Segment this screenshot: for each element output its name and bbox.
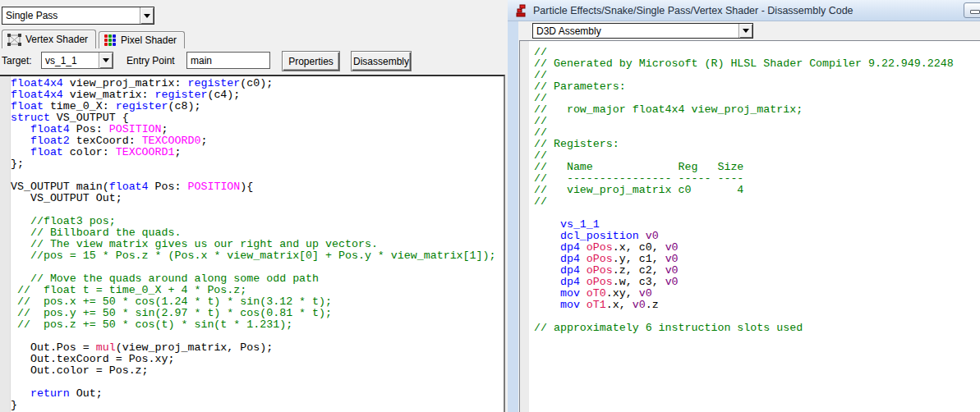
- code-line: [11, 377, 504, 388]
- disassembly-code: //// Generated by Microsoft (R) HLSL Sha…: [529, 47, 980, 412]
- code-line: Out.texCoord = Pos.xy;: [11, 354, 504, 365]
- dropdown-arrow-icon[interactable]: [99, 53, 113, 68]
- code-line: // Parameters:: [534, 81, 980, 93]
- dropdown-arrow-icon[interactable]: [140, 7, 154, 24]
- tab-pixel-shader[interactable]: Pixel Shader: [99, 31, 185, 48]
- tab-pixel-shader-label: Pixel Shader: [121, 34, 177, 46]
- disassembly-window-title: Particle Effects/Snake/Single Pass/Verte…: [533, 5, 853, 16]
- code-line: vs_1_1: [534, 219, 980, 231]
- code-line: // The view matrix gives us our right an…: [11, 239, 504, 250]
- pass-selector-value: Single Pass: [2, 10, 140, 21]
- code-line: //: [534, 116, 980, 127]
- code-line: [11, 262, 504, 273]
- code-line: //: [534, 93, 980, 104]
- disassembly-content: D3D Assembly //// Generated by Microsoft…: [518, 21, 980, 412]
- disassembly-gutter: [520, 41, 529, 412]
- code-line: float4x4 view_proj_matrix: register(c0);: [11, 78, 504, 89]
- code-line: // Registers:: [534, 139, 980, 150]
- dropdown-arrow-icon[interactable]: [738, 24, 752, 38]
- code-line: float4x4 view_matrix: register(c4);: [11, 89, 504, 101]
- mesh-icon: [7, 34, 21, 46]
- code-line: // row_major float4x4 view_proj_matrix;: [534, 104, 980, 116]
- code-line: [534, 208, 980, 219]
- code-line: //: [534, 70, 980, 81]
- code-line: }: [11, 400, 504, 411]
- code-line: return Out;: [11, 388, 504, 400]
- red-shader-node-icon: [515, 4, 528, 17]
- code-line: mov oT0.xy, v0: [534, 288, 980, 300]
- code-line: //pos = 15 * Pos.z * (Pos.x * view_matri…: [11, 250, 504, 262]
- code-line: //: [534, 196, 980, 208]
- pass-selector-combobox[interactable]: Single Pass: [2, 7, 154, 25]
- code-line: // pos.y += 50 * sin(2.97 * t) * cos(0.8…: [11, 308, 504, 319]
- code-line: dp4 oPos.z, c2, v0: [534, 265, 980, 277]
- code-line: // approximately 6 instruction slots use…: [534, 323, 980, 334]
- code-line: // ---------------- ----- ----: [534, 173, 980, 185]
- code-line: float4 Pos: POSITION;: [11, 124, 504, 135]
- code-line: //: [534, 47, 980, 58]
- assembly-format-value: D3D Assembly: [533, 25, 738, 37]
- code-line: [11, 331, 504, 342]
- code-line: // Billboard the quads.: [11, 227, 504, 239]
- code-line: };: [11, 158, 504, 170]
- code-line: float time_0_X: register(c8);: [11, 101, 504, 112]
- minimize-icon: [970, 10, 980, 14]
- code-line: // pos.z += 50 * cos(t) * sin(t * 1.231)…: [11, 319, 504, 331]
- code-line: // Name Reg Size: [534, 162, 980, 173]
- code-line: dp4 oPos.y, c1, v0: [534, 254, 980, 265]
- code-line: mov oT1.x, v0.z: [534, 300, 980, 311]
- shader-editor-pane: Single Pass Vertex Shader: [0, 0, 508, 412]
- shader-tabs: Vertex Shader Pixel Shader: [2, 30, 185, 48]
- code-line: //: [534, 150, 980, 162]
- hlsl-source-editor[interactable]: float4x4 view_proj_matrix: register(c0);…: [0, 75, 505, 412]
- code-line: struct VS_OUTPUT {: [11, 112, 504, 124]
- target-value: vs_1_1: [42, 55, 99, 66]
- code-line: dp4 oPos.x, c0, v0: [534, 242, 980, 254]
- entry-point-input[interactable]: [186, 52, 270, 69]
- code-line: float color: TEXCOORD1;: [11, 147, 504, 158]
- code-line: // pos.x += 50 * cos(1.24 * t) * sin(3.1…: [11, 296, 504, 308]
- code-line: dp4 oPos.w, c3, v0: [534, 277, 980, 288]
- code-line: // Generated by Microsoft (R) HLSL Shade…: [534, 58, 980, 70]
- hlsl-source-code: float4x4 view_proj_matrix: register(c0);…: [11, 78, 504, 412]
- properties-button[interactable]: Properties: [282, 51, 340, 71]
- disassembly-code-area[interactable]: //// Generated by Microsoft (R) HLSL Sha…: [519, 40, 980, 412]
- code-line: float2 texCoord: TEXCOORD0;: [11, 135, 504, 147]
- code-line: VS_OUTPUT Out;: [11, 193, 504, 204]
- tab-vertex-shader[interactable]: Vertex Shader: [2, 30, 96, 48]
- code-line: //float3 pos;: [11, 216, 504, 227]
- code-line: // Move the quads around along some odd …: [11, 273, 504, 285]
- code-line: [534, 311, 980, 323]
- code-line: [11, 170, 504, 181]
- code-line: // view_proj_matrix c0 4: [534, 185, 980, 196]
- code-line: // float t = time_0_X + 4 * Pos.z;: [11, 285, 504, 296]
- disassembly-window: Particle Effects/Snake/Single Pass/Verte…: [508, 0, 980, 412]
- disassembly-button[interactable]: Disassembly: [351, 51, 412, 71]
- disassembly-window-titlebar[interactable]: Particle Effects/Snake/Single Pass/Verte…: [508, 0, 980, 21]
- entry-point-label: Entry Point: [127, 55, 175, 66]
- editor-gutter: [0, 76, 11, 412]
- target-label: Target:: [2, 55, 32, 66]
- tab-vertex-shader-label: Vertex Shader: [25, 34, 88, 45]
- code-line: Out.color = Pos.z;: [11, 365, 504, 377]
- rgb-grid-icon: [104, 34, 117, 47]
- code-line: Out.Pos = mul(view_proj_matrix, Pos);: [11, 342, 504, 354]
- assembly-format-combobox[interactable]: D3D Assembly: [532, 23, 753, 39]
- code-line: [11, 204, 504, 216]
- target-combobox[interactable]: vs_1_1: [41, 52, 113, 69]
- minimize-button[interactable]: [964, 2, 980, 18]
- code-line: //: [534, 127, 980, 139]
- code-line: dcl_position v0: [534, 231, 980, 242]
- code-line: VS_OUTPUT main(float4 Pos: POSITION){: [11, 181, 504, 193]
